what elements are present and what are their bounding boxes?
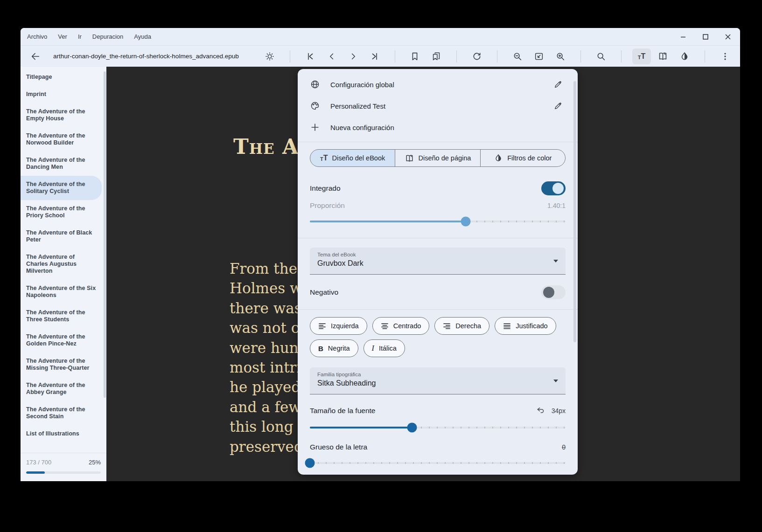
next-page-button[interactable] bbox=[344, 48, 363, 64]
edit-personalized-config-button[interactable] bbox=[551, 98, 566, 113]
previous-page-icon bbox=[327, 51, 337, 62]
edit-global-config-button[interactable] bbox=[551, 77, 566, 92]
next-page-icon bbox=[348, 51, 358, 62]
toc-item[interactable]: The Adventure of the Six Napoleons bbox=[21, 280, 106, 304]
negative-label: Negativo bbox=[310, 288, 338, 297]
fit-page-button[interactable] bbox=[530, 48, 548, 64]
reading-progress-fill bbox=[26, 471, 45, 474]
tab-label: Diseño del eBook bbox=[332, 154, 385, 162]
refresh-button[interactable] bbox=[468, 48, 486, 64]
panel-scrollbar[interactable] bbox=[573, 81, 576, 342]
slider-thumb[interactable] bbox=[305, 458, 315, 468]
tab-label: Filtros de color bbox=[507, 154, 552, 162]
toc-item[interactable]: The Adventure of the Golden Pince-Nez bbox=[21, 328, 106, 352]
menu-depuracion[interactable]: Depuracion bbox=[91, 32, 125, 41]
toc-item[interactable]: The Adventure of the Priory School bbox=[21, 200, 106, 224]
brightness-button[interactable] bbox=[260, 48, 279, 64]
global-config-row[interactable]: Configuración global bbox=[310, 74, 566, 95]
align-justify-label: Justificado bbox=[516, 322, 548, 330]
font-weight-value: 0 bbox=[562, 443, 566, 451]
tab-page-design[interactable]: Diseño de página bbox=[395, 149, 480, 167]
bookmark-icon bbox=[410, 51, 420, 62]
zoom-in-button[interactable] bbox=[551, 48, 570, 64]
menu-kebab-button[interactable] bbox=[716, 48, 734, 64]
first-page-icon bbox=[305, 51, 315, 62]
menu-ir[interactable]: Ir bbox=[77, 32, 83, 41]
progress-percent: 25% bbox=[89, 459, 101, 466]
global-config-label: Configuración global bbox=[330, 81, 394, 89]
toc-item[interactable]: The Adventure of Charles Augustus Milver… bbox=[21, 249, 106, 280]
menu-ver[interactable]: Ver bbox=[57, 32, 68, 41]
align-left-icon bbox=[318, 322, 326, 330]
toc-item[interactable]: The Adventure of the Norwood Builder bbox=[21, 127, 106, 152]
font-size-reset-button[interactable] bbox=[536, 406, 545, 416]
toc-item-selected[interactable]: The Adventure of the Solitary Cyclist bbox=[21, 176, 102, 200]
bold-button[interactable]: B Negrita bbox=[310, 339, 358, 357]
toolbar-separator bbox=[580, 50, 581, 62]
font-family-select[interactable]: Familia tipográfica Sitka Subheading bbox=[310, 367, 566, 394]
minimize-button[interactable] bbox=[679, 33, 687, 41]
align-center-button[interactable]: Centrado bbox=[372, 317, 430, 335]
tab-color-filters[interactable]: Filtros de color bbox=[480, 149, 566, 167]
toc-item[interactable]: The Adventure of the Missing Three-Quart… bbox=[21, 352, 106, 377]
refresh-icon bbox=[472, 51, 482, 62]
menu-ayuda[interactable]: Ayuda bbox=[133, 32, 152, 41]
bookmarks-list-button[interactable] bbox=[427, 48, 446, 64]
previous-page-button[interactable] bbox=[322, 48, 341, 64]
toc-item[interactable]: The Adventure of Black Peter bbox=[21, 224, 106, 249]
proportion-value: 1.40:1 bbox=[547, 202, 566, 209]
panel-divider bbox=[298, 238, 578, 238]
integrated-toggle[interactable] bbox=[541, 181, 566, 195]
back-button[interactable] bbox=[26, 48, 45, 64]
toc-item[interactable]: The Adventure of the Second Stain bbox=[21, 401, 106, 425]
toc-item[interactable]: The Adventure of the Dancing Men bbox=[21, 152, 106, 176]
color-filter-button[interactable] bbox=[675, 48, 694, 64]
font-size-label: Tamaño de la fuente bbox=[310, 407, 375, 415]
toc-item[interactable]: Imprint bbox=[21, 86, 106, 103]
panel-divider bbox=[298, 142, 578, 142]
search-button[interactable] bbox=[592, 48, 610, 64]
globe-icon bbox=[310, 79, 320, 90]
close-button[interactable] bbox=[724, 33, 732, 41]
chevron-down-icon bbox=[553, 260, 558, 263]
toc-item[interactable]: The Adventure of the Three Students bbox=[21, 304, 106, 328]
toolbar-icons: TT bbox=[260, 48, 734, 64]
proportion-slider[interactable] bbox=[310, 216, 566, 227]
toc-item[interactable]: List of Illustrations bbox=[21, 425, 106, 442]
chevron-down-icon bbox=[553, 380, 558, 382]
align-left-button[interactable]: Izquierda bbox=[310, 317, 367, 335]
reading-progress-bar bbox=[26, 471, 101, 474]
sidebar-scrollbar[interactable] bbox=[104, 71, 106, 398]
toc-item[interactable]: The Adventure of the Empty House bbox=[21, 103, 106, 127]
align-right-label: Derecha bbox=[455, 322, 481, 330]
last-page-icon bbox=[370, 51, 380, 62]
proportion-label: Proporción bbox=[310, 201, 345, 210]
font-weight-slider[interactable] bbox=[310, 458, 566, 468]
sidebar-footer: 173 / 700 25% bbox=[21, 453, 106, 481]
font-size-slider[interactable] bbox=[310, 422, 566, 433]
toc-item[interactable]: The Adventure of the Abbey Grange bbox=[21, 377, 106, 401]
slider-thumb[interactable] bbox=[407, 423, 417, 433]
page-layout-button[interactable] bbox=[654, 48, 672, 64]
first-page-button[interactable] bbox=[301, 48, 320, 64]
align-right-button[interactable]: Derecha bbox=[434, 317, 489, 335]
negative-toggle[interactable] bbox=[541, 285, 566, 299]
toolbar-separator bbox=[621, 50, 622, 62]
slider-thumb[interactable] bbox=[461, 217, 471, 227]
align-justify-button[interactable]: Justificado bbox=[495, 317, 556, 335]
bookmark-button[interactable] bbox=[405, 48, 424, 64]
format-text-button[interactable]: TT bbox=[632, 48, 651, 64]
zoom-out-button[interactable] bbox=[508, 48, 527, 64]
slider-fill bbox=[310, 221, 466, 222]
maximize-button[interactable] bbox=[702, 33, 709, 41]
tab-ebook-design[interactable]: TT Diseño del eBook bbox=[310, 149, 395, 167]
toggle-knob bbox=[552, 183, 564, 194]
personalized-config-row[interactable]: Personalized Test bbox=[310, 95, 566, 117]
last-page-button[interactable] bbox=[365, 48, 384, 64]
new-config-row[interactable]: Nueva configuración bbox=[310, 117, 566, 138]
menu-archivo[interactable]: Archivo bbox=[26, 32, 48, 41]
italic-button[interactable]: I Itálica bbox=[364, 339, 405, 357]
ebook-theme-select[interactable]: Tema del eBook Gruvbox Dark bbox=[310, 248, 566, 275]
toolbar-separator bbox=[290, 50, 290, 62]
toc-item[interactable]: Titlepage bbox=[21, 69, 106, 86]
